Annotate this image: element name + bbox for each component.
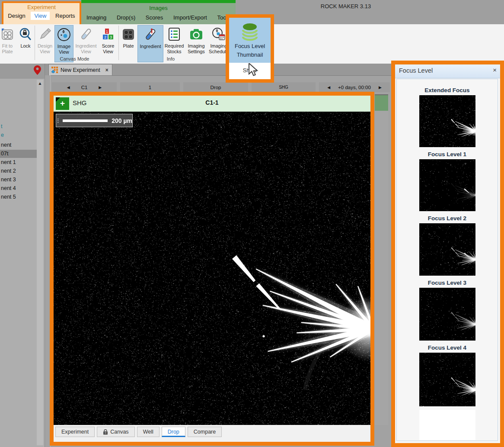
images-group-label: Images — [81, 3, 236, 11]
tab-drop[interactable]: Drop — [162, 427, 185, 437]
scale-bar-line — [63, 119, 108, 122]
ribbon-tab-import-export[interactable]: Import/Export — [172, 14, 209, 21]
thumbnail-label: Focus Level 4 — [397, 344, 498, 351]
well-navigator[interactable]: ◀ C1 ▶ — [52, 82, 117, 92]
prev-well-icon[interactable]: ◀ — [67, 85, 70, 90]
score-view-label: Score — [99, 43, 117, 49]
mouse-cursor-icon — [248, 63, 259, 76]
plate-label: Plate — [120, 43, 137, 49]
drop-image-area: ••• 200 µm — [54, 112, 370, 425]
subwell-navigator-label: 1 — [149, 85, 151, 90]
svg-text:3: 3 — [110, 35, 112, 39]
tree-item[interactable]: nent 5 — [0, 193, 37, 201]
tab-new-experiment[interactable]: New Experiment × — [48, 64, 112, 75]
tree-item[interactable]: nent 3 — [0, 176, 37, 184]
lock-label: Lock — [17, 43, 34, 49]
ribbon-tab-design[interactable]: Design — [4, 12, 29, 20]
drop-navigator[interactable]: Drop — [183, 82, 248, 92]
focus-level-1-thumbnail[interactable] — [419, 159, 475, 211]
window-title: ROCK MAKER 3.13 — [303, 3, 389, 10]
prev-timepoint-icon[interactable]: ◀ — [327, 85, 330, 90]
thumbnail-label: Focus Level 3 — [397, 280, 498, 286]
focus-level-panel-highlight: Focus Level × Extended Focus Focus Level… — [391, 61, 504, 447]
location-pin-icon[interactable] — [34, 65, 41, 75]
imaging-settings-label: Imaging — [186, 43, 207, 49]
next-timepoint-icon[interactable]: ▶ — [379, 85, 382, 90]
scroll-up-icon[interactable]: ▲ — [37, 80, 43, 86]
shg-drop-image[interactable] — [54, 112, 370, 425]
tree-item[interactable]: t — [0, 122, 37, 131]
drop-image-viewer: + SHG C1-1 ••• 200 µm Experiment T Canva… — [54, 96, 370, 442]
tree-item[interactable]: nent — [0, 141, 37, 149]
imager-navigator[interactable]: SHG — [252, 82, 316, 92]
required-stocks-icon — [163, 25, 185, 43]
group-label-info: Info — [138, 56, 203, 61]
focus-level-4-thumbnail[interactable] — [419, 353, 475, 406]
sidebar-scrollbar[interactable]: ▲ — [37, 80, 43, 445]
ribbon-tab-imaging[interactable]: Imaging — [85, 14, 108, 21]
adjacent-cell-body — [375, 111, 388, 425]
ingredient-view-label: Ingredient — [73, 43, 99, 49]
new-experiment-tab-label: New Experiment — [61, 67, 100, 73]
design-view-icon — [36, 25, 54, 43]
tab-canvas[interactable]: T Canvas — [97, 427, 134, 437]
viewer-mode-tabs: Experiment T Canvas Well Drop Compare — [54, 425, 370, 442]
score-view-icon: 123 — [99, 25, 117, 43]
thumbnail-label: Extended Focus — [397, 87, 498, 93]
tab-compare[interactable]: Compare — [188, 427, 222, 437]
group-label-canvas-mode: Canvas Mode — [39, 56, 110, 61]
adjacent-cell-header[interactable] — [375, 94, 388, 112]
svg-text:1: 1 — [106, 29, 108, 34]
experiment-group-label: Experiment — [3, 3, 80, 10]
scale-bar[interactable]: ••• 200 µm — [56, 114, 133, 127]
app-window: ROCK MAKER 3.13 Images Imaging Drop(s) S… — [0, 0, 504, 447]
scale-bar-handle-icon[interactable]: ••• — [56, 118, 61, 123]
next-well-icon[interactable]: ▶ — [99, 85, 102, 90]
ingredient-view-icon — [73, 25, 99, 43]
required-stocks-label: Required — [163, 43, 185, 49]
scale-bar-label: 200 µm — [112, 117, 132, 124]
close-panel-icon[interactable]: × — [493, 66, 497, 74]
tree-item[interactable]: nent 4 — [0, 184, 37, 193]
focus-level-panel-title: Focus Level — [399, 67, 433, 74]
drop-image-viewer-highlight: + SHG C1-1 ••• 200 µm Experiment T Canva… — [50, 92, 374, 446]
tree-item[interactable]: e — [0, 131, 37, 139]
plate-button[interactable]: Plate — [120, 25, 137, 61]
tree-item[interactable]: nent 1 — [0, 158, 37, 167]
image-view-icon — [55, 26, 73, 44]
ribbon-tab-reports[interactable]: Reports — [52, 12, 79, 20]
fit-to-plate-button[interactable]: Fit to Plate — [0, 25, 17, 61]
contextual-tab-strip — [81, 0, 236, 3]
ribbon-tab-drops[interactable]: Drop(s) — [115, 14, 137, 21]
timepoint-navigator-label: +0 days, 00:00 — [338, 85, 371, 90]
ribbon-tab-scores[interactable]: Scores — [144, 14, 165, 21]
ribbon-tab-view[interactable]: View — [31, 12, 50, 20]
tab-experiment[interactable]: Experiment — [55, 427, 95, 437]
new-experiment-tab-icon — [51, 67, 58, 73]
fit-to-plate-icon — [0, 25, 17, 43]
tree-item-selected[interactable]: 07t — [0, 150, 37, 158]
plate-icon — [120, 25, 137, 43]
tree-item[interactable]: nent 2 — [0, 167, 37, 175]
imaging-settings-icon — [186, 25, 207, 43]
focus-level-3-thumbnail[interactable] — [419, 288, 475, 341]
imager-navigator-label: SHG — [279, 85, 288, 90]
ingredient-icon — [138, 26, 163, 44]
timepoint-navigator[interactable]: ◀ +0 days, 00:00 ▶ — [319, 82, 390, 92]
experiment-tree-sidebar: t e nent 07t nent 1 nent 2 nent 3 nent 4… — [0, 79, 45, 447]
padlock-icon: T — [103, 429, 108, 435]
subwell-navigator[interactable]: 1 — [120, 82, 180, 92]
focus-level-thumbnail-list: Extended Focus Focus Level 1 Focus Level… — [396, 79, 498, 441]
thumbnail-label: Focus Level 1 — [397, 151, 498, 158]
focus-level-panel-header[interactable]: Focus Level × — [395, 64, 500, 78]
tab-well[interactable]: Well — [137, 427, 159, 437]
image-cell-header: + SHG C1-1 — [54, 96, 370, 112]
design-view-label: Design — [36, 43, 54, 49]
focus-level-2-thumbnail[interactable] — [419, 223, 475, 276]
well-position-label: C1-1 — [54, 99, 370, 106]
extended-focus-thumbnail[interactable] — [419, 95, 475, 147]
experiment-group-highlight: Experiment Design View Reports — [2, 1, 81, 26]
focus-level-cylinder-icon — [240, 22, 259, 42]
lock-button[interactable]: Lock — [17, 25, 34, 61]
close-tab-icon[interactable]: × — [105, 67, 108, 73]
